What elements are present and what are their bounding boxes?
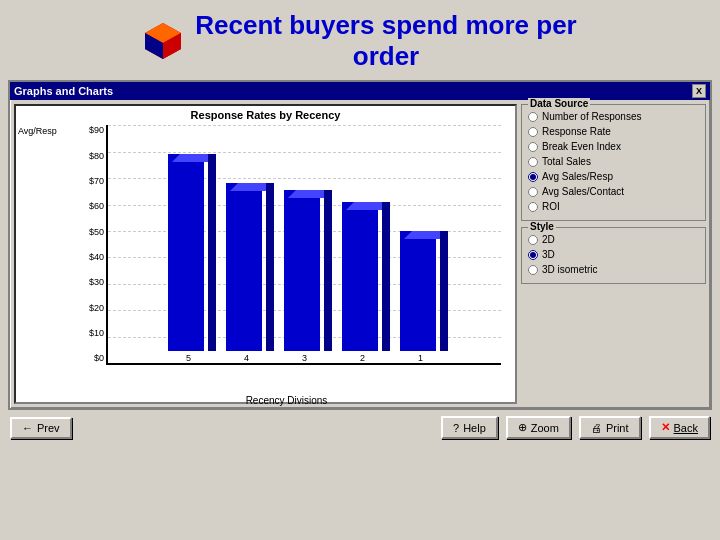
help-button[interactable]: ? Help [441, 416, 498, 439]
radio-response-rate[interactable]: Response Rate [528, 124, 699, 139]
chart-area: Response Rates by Recency Avg/Resp $90 $… [14, 104, 517, 404]
bar-front [342, 202, 378, 351]
zoom-button[interactable]: ⊕ Zoom [506, 416, 571, 439]
bar-side [382, 202, 390, 351]
gridline [108, 152, 501, 153]
zoom-label: Zoom [531, 422, 559, 434]
title-area: Recent buyers spend more per order [0, 0, 720, 80]
bar-3d [226, 183, 268, 351]
radio-label: Avg Sales/Contact [542, 184, 624, 199]
close-x-icon: ✕ [661, 421, 670, 434]
close-button[interactable]: X [692, 84, 706, 98]
radio-label: Avg Sales/Resp [542, 169, 613, 184]
chart-inner: $90 $80 $70 $60 $50 $40 $30 $20 $10 $0 [106, 125, 501, 365]
prev-label: Prev [37, 422, 60, 434]
radio-3d[interactable]: 3D [528, 247, 699, 262]
dialog-title: Graphs and Charts [14, 85, 113, 97]
bar-side [208, 154, 216, 351]
style-group: Style 2D 3D 3D isometric [521, 227, 706, 284]
dialog-titlebar: Graphs and Charts X [10, 82, 710, 100]
zoom-icon: ⊕ [518, 421, 527, 434]
bar-side [440, 231, 448, 351]
radio-label: ROI [542, 199, 560, 214]
prev-icon: ← [22, 422, 33, 434]
dialog-window: Graphs and Charts X Response Rates by Re… [8, 80, 712, 410]
y-labels: $90 $80 $70 $60 $50 $40 $30 $20 $10 $0 [68, 125, 106, 363]
radio-label: Response Rate [542, 124, 611, 139]
bar-group: 4 [226, 183, 268, 363]
chart-ylabel: Avg/Resp [18, 126, 57, 136]
bar-group: 1 [400, 231, 442, 363]
radio-break-even-index[interactable]: Break Even Index [528, 139, 699, 154]
radio-label: Total Sales [542, 154, 591, 169]
bar-3d [342, 202, 384, 351]
radio-avg-sales-contact[interactable]: Avg Sales/Contact [528, 184, 699, 199]
print-button[interactable]: 🖨 Print [579, 416, 641, 439]
help-icon: ? [453, 422, 459, 434]
radio-label: Number of Responses [542, 109, 642, 124]
data-source-legend: Data Source [528, 98, 590, 109]
bar-group: 5 [168, 154, 210, 363]
chart-canvas: $90 $80 $70 $60 $50 $40 $30 $20 $10 $0 [64, 125, 509, 373]
radio-number-of-responses[interactable]: Number of Responses [528, 109, 699, 124]
radio-roi[interactable]: ROI [528, 199, 699, 214]
cube-icon [143, 21, 183, 61]
bar-3d [400, 231, 442, 351]
print-label: Print [606, 422, 629, 434]
bar-front [284, 190, 320, 351]
bars-container: 5 4 [108, 125, 501, 363]
radio-label: 3D isometric [542, 262, 598, 277]
radio-total-sales[interactable]: Total Sales [528, 154, 699, 169]
back-button[interactable]: ✕ Back [649, 416, 710, 439]
data-source-group: Data Source Number of Responses Response… [521, 104, 706, 221]
back-label: Back [674, 422, 698, 434]
gridline [108, 125, 501, 126]
radio-label: 2D [542, 232, 555, 247]
bar-group: 3 [284, 190, 326, 363]
bar-side [324, 190, 332, 351]
bar-front [168, 154, 204, 351]
radio-avg-sales-resp[interactable]: Avg Sales/Resp [528, 169, 699, 184]
side-panel: Data Source Number of Responses Response… [521, 104, 706, 404]
bar-front [400, 231, 436, 351]
bar-front [226, 183, 262, 351]
help-label: Help [463, 422, 486, 434]
bar-group: 2 [342, 202, 384, 363]
bottom-bar: ← Prev ? Help ⊕ Zoom 🖨 Print ✕ Back [0, 410, 720, 445]
radio-2d[interactable]: 2D [528, 232, 699, 247]
bar-3d [284, 190, 326, 351]
page-title: Recent buyers spend more per order [195, 10, 576, 72]
x-axis-label: Recency Divisions [64, 395, 509, 406]
radio-3d-isometric[interactable]: 3D isometric [528, 262, 699, 277]
radio-label: Break Even Index [542, 139, 621, 154]
chart-title: Response Rates by Recency [16, 106, 515, 121]
style-legend: Style [528, 221, 556, 232]
bar-side [266, 183, 274, 351]
print-icon: 🖨 [591, 422, 602, 434]
dialog-body: Response Rates by Recency Avg/Resp $90 $… [10, 100, 710, 408]
radio-label: 3D [542, 247, 555, 262]
bar-3d [168, 154, 210, 351]
prev-button[interactable]: ← Prev [10, 417, 72, 439]
